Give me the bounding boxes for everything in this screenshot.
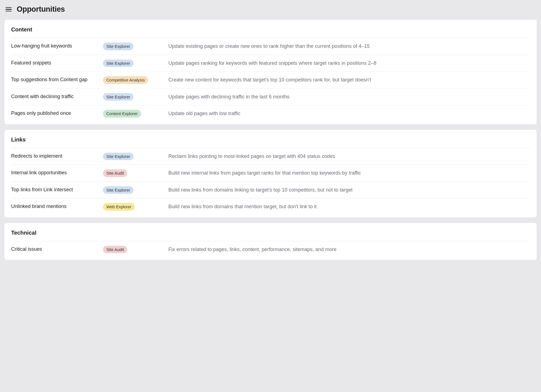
- opportunity-desc: Update existing pages or create new ones…: [168, 43, 530, 50]
- tool-tag[interactable]: Site Explorer: [103, 43, 134, 50]
- tool-tag[interactable]: Competitive Analysis: [103, 76, 148, 84]
- opportunity-tag-col: Content Explorer: [103, 110, 168, 118]
- opportunity-tag-col: Site Explorer: [103, 153, 168, 160]
- opportunity-desc: Build new links from domains linking to …: [168, 186, 530, 194]
- section-title: Links: [11, 137, 530, 148]
- opportunity-name: Critical issues: [11, 246, 103, 253]
- page-title: Opportunities: [17, 5, 65, 14]
- tool-tag[interactable]: Site Explorer: [103, 186, 134, 194]
- tool-tag[interactable]: Site Audit: [103, 169, 127, 177]
- opportunity-tag-col: Site Audit: [103, 169, 168, 177]
- opportunity-name: Content with declining traffic: [11, 93, 103, 100]
- opportunity-name: Low-hanging fruit keywords: [11, 43, 103, 49]
- opportunity-row[interactable]: Top links from Link intersectSite Explor…: [11, 182, 530, 199]
- opportunity-name: Top links from Link intersect: [11, 186, 103, 193]
- menu-icon[interactable]: [6, 6, 12, 13]
- opportunity-row[interactable]: Redirects to implementSite ExplorerRecla…: [11, 148, 530, 165]
- tool-tag[interactable]: Content Explorer: [103, 110, 141, 118]
- opportunity-desc: Update old pages with low traffic: [168, 110, 530, 117]
- opportunity-tag-col: Site Explorer: [103, 43, 168, 50]
- opportunity-name: Pages only published once: [11, 110, 103, 117]
- opportunity-tag-col: Site Explorer: [103, 93, 168, 101]
- opportunity-desc: Create new content for keywords that tar…: [168, 76, 530, 84]
- opportunity-row[interactable]: Low-hanging fruit keywordsSite ExplorerU…: [11, 38, 530, 55]
- opportunity-row[interactable]: Pages only published onceContent Explore…: [11, 105, 530, 122]
- opportunity-row[interactable]: Content with declining trafficSite Explo…: [11, 88, 530, 105]
- opportunity-row[interactable]: Internal link opportunitiesSite AuditBui…: [11, 165, 530, 182]
- opportunity-desc: Update pages ranking for keywords with f…: [168, 59, 530, 67]
- opportunity-tag-col: Competitive Analysis: [103, 76, 168, 84]
- section-card: LinksRedirects to implementSite Explorer…: [4, 130, 537, 217]
- opportunity-desc: Fix errors related to pages, links, cont…: [168, 246, 530, 253]
- opportunity-name: Unlinked brand mentions: [11, 203, 103, 210]
- opportunity-row[interactable]: Unlinked brand mentionsWeb ExplorerBuild…: [11, 198, 530, 215]
- opportunity-row[interactable]: Top suggestions from Content gapCompetit…: [11, 71, 530, 88]
- opportunity-name: Redirects to implement: [11, 153, 103, 160]
- opportunity-name: Internal link opportunities: [11, 169, 103, 176]
- opportunity-tag-col: Site Audit: [103, 246, 168, 254]
- opportunity-tag-col: Site Explorer: [103, 59, 168, 67]
- section-title: Content: [11, 26, 530, 38]
- opportunity-name: Top suggestions from Content gap: [11, 76, 103, 83]
- opportunity-name: Featured snippets: [11, 59, 103, 66]
- section-card: ContentLow-hanging fruit keywordsSite Ex…: [4, 20, 537, 124]
- tool-tag[interactable]: Web Explorer: [103, 203, 135, 211]
- opportunity-desc: Reclaim links pointing to most-linked pa…: [168, 153, 530, 160]
- opportunity-row[interactable]: Critical issuesSite AuditFix errors rela…: [11, 241, 530, 258]
- tool-tag[interactable]: Site Explorer: [103, 93, 134, 101]
- opportunity-desc: Build new internal links from pages targ…: [168, 169, 530, 177]
- tool-tag[interactable]: Site Explorer: [103, 153, 134, 160]
- opportunity-tag-col: Site Explorer: [103, 186, 168, 194]
- tool-tag[interactable]: Site Audit: [103, 246, 127, 254]
- opportunity-row[interactable]: Featured snippetsSite ExplorerUpdate pag…: [11, 55, 530, 72]
- page-header: Opportunities: [0, 0, 541, 19]
- opportunity-tag-col: Web Explorer: [103, 203, 168, 211]
- opportunity-desc: Build new links from domains that mentio…: [168, 203, 530, 210]
- tool-tag[interactable]: Site Explorer: [103, 59, 134, 67]
- section-card: TechnicalCritical issuesSite AuditFix er…: [4, 223, 537, 260]
- section-title: Technical: [11, 230, 530, 241]
- opportunity-desc: Update pages with declining traffic in t…: [168, 93, 530, 101]
